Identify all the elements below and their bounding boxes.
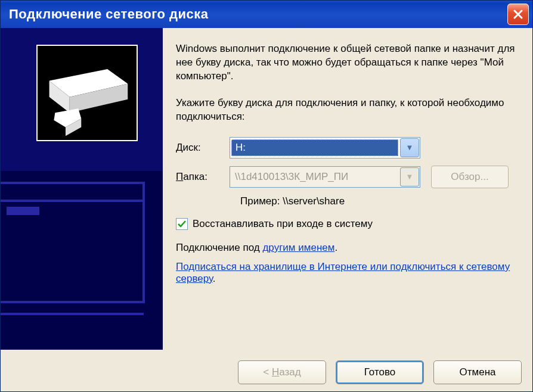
intro-text-2: Укажите букву диска для подключения и па…	[176, 97, 519, 124]
reconnect-checkbox[interactable]	[176, 218, 188, 230]
close-icon	[513, 9, 523, 20]
example-text: Пример: \\server\share	[176, 195, 519, 207]
signup-link[interactable]: Подписаться на хранилище в Интернете или…	[176, 261, 510, 284]
folder-row: Папка: \\1d410013\3К_МИР_ПИ ▼ Обзор...	[176, 166, 519, 188]
main-panel: Windows выполнит подключение к общей сет…	[163, 28, 532, 350]
different-user-link[interactable]: другим именем	[262, 242, 334, 253]
drive-label: Диск:	[176, 142, 230, 154]
content-area: Windows выполнит подключение к общей сет…	[1, 28, 532, 350]
svg-rect-7	[1, 183, 144, 201]
connect-as-row: Подключение под другим именем.	[176, 242, 519, 254]
finish-button[interactable]: Готово	[336, 360, 424, 384]
checkmark-icon	[177, 219, 187, 229]
chevron-down-icon: ▼	[400, 167, 419, 186]
browse-button: Обзор...	[431, 166, 509, 188]
folder-combobox[interactable]: \\1d410013\3К_МИР_ПИ ▼	[230, 166, 420, 188]
wizard-sidebar	[1, 28, 163, 350]
drive-combobox[interactable]: H: ▼	[230, 137, 420, 158]
window-title: Подключение сетевого диска	[9, 7, 209, 22]
signup-row: Подписаться на хранилище в Интернете или…	[176, 261, 519, 285]
cancel-button[interactable]: Отмена	[433, 360, 522, 384]
drive-value: H:	[231, 139, 398, 156]
intro-text-1: Windows выполнит подключение к общей сет…	[176, 42, 519, 83]
back-button: < Назад	[238, 360, 326, 384]
reconnect-row: Восстанавливать при входе в систему	[176, 218, 519, 230]
close-button[interactable]	[507, 4, 529, 25]
button-bar: < Назад Готово Отмена	[238, 360, 522, 384]
reconnect-label: Восстанавливать при входе в систему	[193, 218, 373, 230]
titlebar: Подключение сетевого диска	[1, 1, 532, 28]
bg-illustration	[1, 171, 163, 350]
drive-row: Диск: H: ▼	[176, 137, 519, 158]
drive-icon	[36, 45, 138, 141]
chevron-down-icon[interactable]: ▼	[400, 138, 419, 157]
folder-value: \\1d410013\3К_МИР_ПИ	[231, 169, 398, 185]
folder-label: Папка:	[176, 171, 230, 183]
svg-rect-8	[7, 207, 39, 215]
map-network-drive-dialog: Подключение сетевого диска	[0, 0, 533, 392]
